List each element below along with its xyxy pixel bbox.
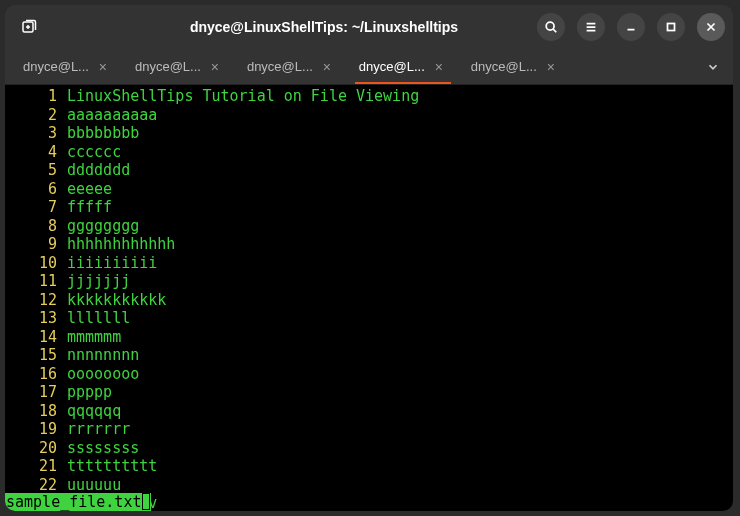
file-line: 14mmmmmm [5, 328, 733, 347]
line-number: 16 [5, 365, 67, 384]
file-line: 3bbbbbbbb [5, 124, 733, 143]
menu-button[interactable] [577, 13, 605, 41]
terminal-window: dnyce@LinuxShellTips: ~/Linuxshelltips [5, 5, 733, 511]
line-text: rrrrrrr [67, 420, 130, 439]
titlebar-right [525, 13, 725, 41]
tab-4[interactable]: dnyce@L... × [347, 49, 459, 84]
line-text: uuuuuu [67, 476, 121, 495]
line-number: 22 [5, 476, 67, 495]
line-text: gggggggg [67, 217, 139, 236]
file-line: 1LinuxShellTips Tutorial on File Viewing [5, 87, 733, 106]
line-text: LinuxShellTips Tutorial on File Viewing [67, 87, 419, 106]
file-line: 2aaaaaaaaaa [5, 106, 733, 125]
tab-3[interactable]: dnyce@L... × [235, 49, 347, 84]
chevron-down-icon [706, 60, 720, 74]
line-text: bbbbbbbb [67, 124, 139, 143]
tab-close-icon[interactable]: × [95, 59, 111, 75]
file-line: 13lllllll [5, 309, 733, 328]
line-number: 8 [5, 217, 67, 236]
titlebar: dnyce@LinuxShellTips: ~/Linuxshelltips [5, 5, 733, 49]
cursor [142, 493, 150, 510]
line-number: 11 [5, 272, 67, 291]
line-number: 3 [5, 124, 67, 143]
line-text: kkkkkkkkkkk [67, 291, 166, 310]
line-text: cccccc [67, 143, 121, 162]
tab-close-icon[interactable]: × [319, 59, 335, 75]
file-line: 20ssssssss [5, 439, 733, 458]
line-number: 10 [5, 254, 67, 273]
tab-label: dnyce@L... [23, 59, 89, 74]
tab-close-icon[interactable]: × [431, 59, 447, 75]
minimize-icon [624, 20, 638, 34]
terminal-viewport[interactable]: 1LinuxShellTips Tutorial on File Viewing… [5, 85, 733, 511]
line-number: 18 [5, 402, 67, 421]
file-line: 6eeeee [5, 180, 733, 199]
line-number: 9 [5, 235, 67, 254]
minimize-button[interactable] [617, 13, 645, 41]
line-text: mmmmmm [67, 328, 121, 347]
file-line: 9hhhhhhhhhhhh [5, 235, 733, 254]
line-number: 1 [5, 87, 67, 106]
line-number: 2 [5, 106, 67, 125]
line-number: 12 [5, 291, 67, 310]
titlebar-left [13, 11, 123, 43]
file-line: 22uuuuuu [5, 476, 733, 495]
file-line: 16oooooooo [5, 365, 733, 384]
search-icon [544, 20, 558, 34]
tab-close-icon[interactable]: × [543, 59, 559, 75]
line-number: 17 [5, 383, 67, 402]
file-line: 11jjjjjjj [5, 272, 733, 291]
file-line: 7fffff [5, 198, 733, 217]
new-tab-button[interactable] [13, 11, 45, 43]
line-number: 14 [5, 328, 67, 347]
line-number: 20 [5, 439, 67, 458]
maximize-icon [664, 20, 678, 34]
hamburger-icon [584, 20, 598, 34]
line-number: 19 [5, 420, 67, 439]
line-text: hhhhhhhhhhhh [67, 235, 175, 254]
file-line: 18qqqqqq [5, 402, 733, 421]
tabbar: dnyce@L... × dnyce@L... × dnyce@L... × d… [5, 49, 733, 85]
file-line: 12kkkkkkkkkkk [5, 291, 733, 310]
line-number: 4 [5, 143, 67, 162]
tab-label: dnyce@L... [135, 59, 201, 74]
line-number: 15 [5, 346, 67, 365]
window-title: dnyce@LinuxShellTips: ~/Linuxshelltips [123, 19, 525, 35]
line-text: iiiiiiiiii [67, 254, 157, 273]
search-button[interactable] [537, 13, 565, 41]
tab-label: dnyce@L... [471, 59, 537, 74]
maximize-button[interactable] [657, 13, 685, 41]
line-text: nnnnnnnn [67, 346, 139, 365]
svg-rect-2 [668, 24, 675, 31]
line-number: 7 [5, 198, 67, 217]
line-number: 5 [5, 161, 67, 180]
line-text: lllllll [67, 309, 130, 328]
tab-close-icon[interactable]: × [207, 59, 223, 75]
new-tab-icon [21, 19, 37, 35]
close-icon [704, 20, 718, 34]
file-line: 8gggggggg [5, 217, 733, 236]
file-line: 4cccccc [5, 143, 733, 162]
tab-5[interactable]: dnyce@L... × [459, 49, 571, 84]
file-line: 10iiiiiiiiii [5, 254, 733, 273]
tab-1[interactable]: dnyce@L... × [11, 49, 123, 84]
file-line: 19rrrrrrr [5, 420, 733, 439]
line-text: eeeee [67, 180, 112, 199]
file-content: 1LinuxShellTips Tutorial on File Viewing… [5, 87, 733, 511]
svg-point-1 [546, 22, 554, 30]
file-line: 5ddddddd [5, 161, 733, 180]
line-text: fffff [67, 198, 112, 217]
close-button[interactable] [697, 13, 725, 41]
line-text: ssssssss [67, 439, 139, 458]
tab-2[interactable]: dnyce@L... × [123, 49, 235, 84]
status-filename: sample_file.txt [6, 493, 141, 512]
line-text: aaaaaaaaaa [67, 106, 157, 125]
tab-label: dnyce@L... [359, 59, 425, 74]
file-line: 21tttttttttt [5, 457, 733, 476]
line-text: ddddddd [67, 161, 130, 180]
line-number: 6 [5, 180, 67, 199]
file-line: 17ppppp [5, 383, 733, 402]
line-number: 21 [5, 457, 67, 476]
tab-dropdown-button[interactable] [699, 53, 727, 81]
line-number: 13 [5, 309, 67, 328]
